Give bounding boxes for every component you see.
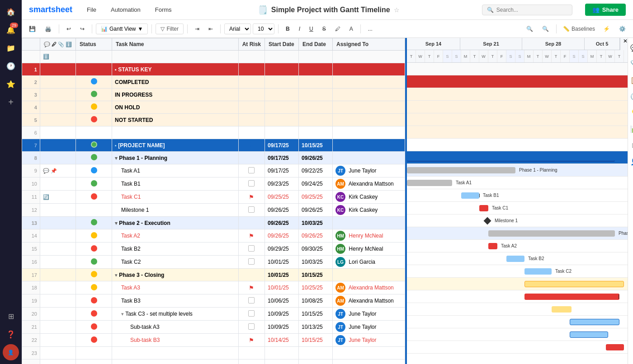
attachments-icon[interactable]: 📎 — [628, 58, 633, 70]
phase2-label: Phase 2 - Execution — [119, 220, 170, 226]
zoom-out-button[interactable]: 🔍 — [539, 24, 553, 34]
table-row: 2 COMPLETED — [22, 76, 405, 89]
atrisk-header: At Risk — [238, 38, 265, 51]
gantt-bar-task-c2[interactable]: Task C2 — [524, 268, 552, 275]
gantt-bar-task-b2[interactable]: Task B2 — [506, 256, 524, 262]
fontcolor-button[interactable]: A — [346, 24, 357, 34]
indent-button[interactable]: ⇥ — [191, 24, 203, 34]
toolbar-divider-3 — [151, 24, 152, 33]
highlight-button[interactable]: 🖊 — [331, 24, 344, 34]
gantt-bar-task-a1[interactable]: Task A1 — [407, 180, 452, 186]
table-row: 20 ▾ Task C3 - set multiple levels 10/09… — [22, 308, 405, 321]
lightbulb-icon[interactable]: 💡 — [628, 107, 633, 119]
user-avatar[interactable]: 👤 — [3, 344, 19, 360]
assigned-20: June Taylor — [349, 311, 376, 317]
underline-button[interactable]: U — [306, 24, 317, 34]
gantt-bar-phase2[interactable]: Phase 2 - Execution — [488, 230, 615, 237]
gantt-row-6 — [407, 139, 628, 151]
nav-forms[interactable]: Forms — [151, 5, 175, 15]
gantt-days: T W T F S S M T W T F S S M T — [407, 50, 628, 62]
outdent-button[interactable]: ⇤ — [205, 24, 217, 34]
favorites-icon[interactable]: ⭐ — [3, 76, 19, 92]
baselines-button[interactable]: 📏 Baselines — [560, 24, 598, 34]
startdate-header: Start Date — [265, 38, 299, 51]
day-s4: S — [515, 50, 524, 62]
chart-icon[interactable]: 📊 — [628, 123, 633, 135]
task-b2-bar-label: Task B2 — [528, 256, 544, 261]
forms-icon[interactable]: 📋 — [628, 74, 633, 87]
gantt-row-20 — [407, 316, 628, 328]
taskname-header: Task Name — [112, 38, 239, 51]
critical-path-button[interactable]: ⚡ — [600, 24, 614, 34]
more-button[interactable]: ... — [364, 24, 376, 34]
strikethrough-button[interactable]: S — [319, 24, 330, 34]
browse-icon[interactable]: 📁 — [3, 40, 19, 56]
day-s2: S — [452, 50, 461, 62]
home-icon[interactable]: 🏠 — [3, 4, 19, 20]
save-button[interactable]: 💾 — [25, 24, 39, 34]
gantt-row-15: Task B2 — [407, 252, 628, 265]
gantt-row-22 — [407, 341, 628, 354]
bold-button[interactable]: B — [282, 24, 293, 34]
nav-automation[interactable]: Automation — [107, 5, 144, 15]
day-s3: S — [506, 50, 515, 62]
phase1-bar-label: Phase 1 - Planning — [519, 168, 557, 173]
gantt-row-17 — [407, 278, 628, 290]
search-input[interactable] — [496, 7, 564, 13]
gantt-bar-subtask-a3[interactable] — [570, 331, 608, 338]
filter-button[interactable]: ▽ Filter — [156, 23, 184, 34]
assigned-10: Alexandra Mattson — [349, 181, 394, 187]
table-row: 15 Task B2 09/29/25 09/30/25 HM Henry Mc… — [22, 243, 405, 256]
gantt-bar-task-b1[interactable]: Task B1 — [461, 192, 479, 199]
add-icon[interactable]: + — [3, 94, 19, 110]
font-select[interactable]: Arial — [224, 23, 251, 34]
milestone1-bar-label: Milestone 1 — [495, 218, 518, 223]
undo-button[interactable]: ↩ — [63, 24, 75, 34]
close-gantt[interactable]: ✕ — [620, 38, 628, 50]
notifications-icon[interactable]: 🔔 29 — [3, 22, 19, 38]
settings-button[interactable]: ⚙️ — [615, 24, 629, 34]
recents-icon[interactable]: 🕐 — [3, 58, 19, 74]
avatar-am-10: AM — [335, 179, 345, 189]
grid-icon[interactable]: ⊞ — [628, 139, 633, 152]
milestone-diamond[interactable] — [484, 217, 491, 224]
contacts-icon[interactable]: 👤 — [628, 155, 633, 168]
table-row: 19 Task B3 10/06/25 10/08/25 AM Alexandr… — [22, 294, 405, 308]
flag-icon-18: ⚑ — [249, 285, 254, 291]
gantt-bar-task-a2[interactable]: Task A2 — [488, 243, 497, 249]
gantt-bar-task-a3[interactable] — [524, 294, 619, 300]
sheet-icon: 🗒️ — [258, 5, 268, 15]
italic-button[interactable]: I — [295, 24, 304, 34]
help-icon[interactable]: ❓ — [3, 326, 19, 342]
gantt-bar-subtask-b3[interactable] — [606, 344, 624, 350]
day-t6: T — [552, 50, 561, 62]
gantt-bar-task-b3[interactable] — [552, 306, 572, 313]
search-box[interactable]: 🔍 — [482, 5, 572, 15]
project-name: [PROJECT NAME] — [118, 142, 165, 149]
gantt-view-button[interactable]: 📊 Gantt View ▼ — [96, 23, 148, 34]
a3-arrow — [619, 294, 619, 299]
nav-file[interactable]: File — [83, 5, 100, 15]
gantt-bar-phase3[interactable] — [524, 281, 624, 287]
task-a3-label: Task A3 — [121, 285, 140, 291]
gantt-bar-task-c1[interactable]: Task C1 — [479, 205, 488, 211]
week-sep28: Sep 28 — [522, 38, 584, 50]
share-button[interactable]: 👥 Share — [585, 4, 626, 16]
more-right-icon[interactable]: ⋮ — [628, 172, 633, 184]
table-row: 11 🔄 Task C1 ⚑ 09/25/25 09/25/25 KC Kirk… — [22, 191, 405, 204]
gantt-bar-task-c3[interactable] — [570, 319, 619, 325]
gantt-row-1 — [407, 75, 628, 88]
favorite-star-icon[interactable]: ☆ — [394, 6, 400, 14]
zoom-in-button[interactable]: 🔍 — [523, 24, 537, 34]
gantt-bar-phase1[interactable]: Phase 1 - Planning — [407, 167, 515, 173]
comments-icon[interactable]: 💬 — [628, 42, 633, 54]
history-icon[interactable]: 🕐 — [628, 90, 633, 103]
gantt-bar-project[interactable] — [407, 154, 615, 162]
assigned-18: Alexandra Mattson — [349, 285, 394, 291]
apps-icon[interactable]: ⊞ — [3, 308, 19, 324]
redo-button[interactable]: ↪ — [76, 24, 88, 34]
print-button[interactable]: 🖨️ — [41, 24, 55, 34]
gantt-row-8: Phase 1 - Planning — [407, 164, 628, 177]
avatar-lg-16: LG — [335, 257, 345, 267]
size-select[interactable]: 10 — [253, 23, 274, 34]
